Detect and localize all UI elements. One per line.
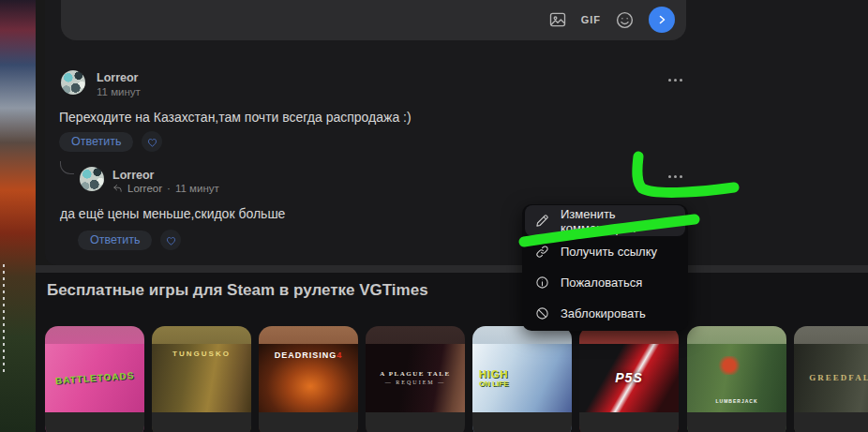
pencil-icon [535,214,549,228]
report-info-icon [535,276,549,290]
emoji-icon[interactable] [615,10,635,30]
comment-text: да ещё цены меньше,скидок больше [60,206,285,221]
thread-connector [60,161,74,174]
site-background-art [0,0,36,432]
game-card[interactable]: GREEDFALL [794,326,868,432]
composer-toolbar: GIF [548,0,675,40]
reply-button[interactable]: Ответить [59,132,133,152]
game-card[interactable]: DEADRISING4 [259,326,358,432]
game-cover: TUNGUSKO [152,344,251,412]
more-options-icon[interactable] [668,175,682,178]
page-content: GIF Lorreor 11 минут Переходите на Казах… [36,0,868,432]
avatar[interactable] [80,167,104,191]
game-card[interactable]: TUNGUSKO [152,326,251,432]
background-dashed-line [3,264,5,375]
like-button[interactable] [160,230,181,250]
section-title: Бесплатные игры для Steam в рулетке VGTi… [47,281,428,300]
comment-author[interactable]: Lorreor [97,71,138,84]
avatar[interactable] [61,70,85,95]
menu-item-block[interactable]: Заблокировать [525,298,685,329]
heart-icon [146,136,158,148]
comment-time: 11 минут [175,183,219,194]
red-machine-art [717,356,741,375]
menu-item-report[interactable]: Пожаловаться [525,267,685,298]
game-card[interactable]: A PLAGUE TALE — REQUIEM — [366,326,465,432]
menu-item-get-link[interactable]: Получить ссылку [525,236,685,267]
reply-arrow-icon [112,184,123,194]
comment-context-menu: Изменить комментарий Получить ссылку Пож… [522,204,688,331]
block-icon [535,306,549,320]
menu-item-edit-comment[interactable]: Изменить комментарий [525,205,685,236]
like-button[interactable] [142,131,162,152]
comment-input[interactable]: GIF [61,0,686,40]
game-cover: HIGH ON LIFE [472,344,572,412]
send-comment-button[interactable] [649,7,675,33]
attach-image-icon[interactable] [548,10,567,29]
game-card[interactable]: LUMBERJACK [687,326,786,432]
comments-section: GIF Lorreor 11 минут Переходите на Казах… [45,0,868,265]
link-icon [535,245,549,259]
game-cover: DEADRISING4 [259,344,358,412]
game-cover: GREEDFALL [794,344,868,412]
comment-time: 11 минут [97,86,141,97]
comment-author[interactable]: Lorreor [112,169,154,182]
game-cover: BATTLETOADS [45,344,144,412]
gif-button[interactable]: GIF [581,14,601,25]
section-divider [36,265,868,273]
send-chevron-icon [656,14,667,25]
reply-button[interactable]: Ответить [78,231,152,250]
meta-separator: · [167,183,171,194]
game-cover: A PLAGUE TALE — REQUIEM — [366,344,465,412]
free-games-section: Бесплатные игры для Steam в рулетке VGTi… [36,273,868,432]
game-card[interactable]: BATTLETOADS [45,326,144,432]
game-card[interactable]: P5S [579,326,679,432]
game-card[interactable]: HIGH ON LIFE [472,326,572,432]
more-options-icon[interactable] [668,79,682,82]
game-cover: LUMBERJACK [687,344,786,412]
game-cover: P5S [579,344,679,412]
heart-icon [165,234,177,246]
reply-to-author[interactable]: Lorreor [127,183,162,194]
comment-text: Переходите на Казахстан,там почти всегда… [59,110,412,125]
